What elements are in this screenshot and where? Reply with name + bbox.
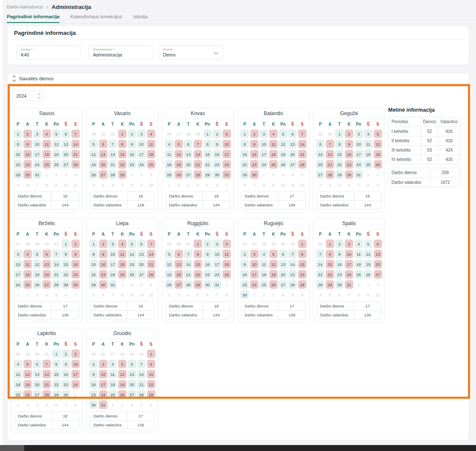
day-cell[interactable]: 29: [147, 390, 155, 399]
day-cell[interactable]: 7: [184, 250, 192, 258]
day-cell[interactable]: 3: [259, 130, 268, 138]
day-cell[interactable]: 13: [374, 250, 382, 258]
day-cell[interactable]: 10: [33, 140, 41, 148]
day-cell[interactable]: 14: [52, 260, 61, 268]
day-cell[interactable]: 6: [42, 250, 51, 258]
day-cell[interactable]: 7: [316, 250, 324, 258]
day-cell[interactable]: 31: [108, 280, 117, 289]
day-cell[interactable]: 19: [23, 380, 32, 389]
day-cell[interactable]: 12: [175, 150, 183, 158]
day-cell[interactable]: 8: [326, 250, 334, 258]
day-cell[interactable]: 23: [345, 160, 353, 169]
day-cell[interactable]: 22: [14, 160, 22, 169]
day-cell[interactable]: 18: [165, 160, 173, 169]
day-cell[interactable]: 6: [137, 240, 146, 248]
day-cell[interactable]: 12: [33, 260, 41, 268]
day-cell[interactable]: 4: [355, 240, 363, 248]
day-cell[interactable]: 27: [374, 270, 382, 279]
day-cell[interactable]: 30: [335, 280, 344, 289]
day-cell[interactable]: 16: [62, 370, 70, 378]
day-cell[interactable]: 20: [184, 160, 192, 169]
day-cell[interactable]: 12: [52, 140, 61, 148]
day-cell[interactable]: 30: [23, 170, 32, 179]
day-cell[interactable]: 17: [223, 150, 231, 158]
day-cell[interactable]: 26: [23, 390, 32, 399]
day-cell[interactable]: 4: [108, 360, 117, 368]
day-cell[interactable]: 22: [147, 380, 155, 389]
day-cell[interactable]: 12: [118, 370, 127, 378]
day-cell[interactable]: 7: [108, 140, 117, 148]
day-cell[interactable]: 24: [345, 270, 353, 279]
day-cell[interactable]: 18: [259, 270, 268, 279]
day-cell[interactable]: 14: [326, 150, 334, 158]
day-cell[interactable]: 9: [213, 140, 221, 148]
day-cell[interactable]: 26: [279, 160, 287, 169]
day-cell[interactable]: 28: [326, 170, 334, 179]
day-cell[interactable]: 4: [165, 140, 173, 148]
day-cell[interactable]: 15: [89, 260, 98, 268]
day-cell[interactable]: 9: [23, 140, 32, 148]
day-cell[interactable]: 14: [147, 250, 155, 258]
day-cell[interactable]: 25: [42, 160, 51, 169]
day-cell[interactable]: 19: [118, 380, 127, 389]
day-cell[interactable]: 19: [52, 150, 61, 158]
day-cell[interactable]: 2: [128, 130, 136, 138]
day-cell[interactable]: 8: [52, 360, 61, 368]
day-cell[interactable]: 19: [364, 260, 372, 268]
day-cell[interactable]: 10: [345, 250, 353, 258]
day-cell[interactable]: 22: [52, 380, 61, 389]
day-cell[interactable]: 15: [118, 150, 127, 158]
day-cell[interactable]: 16: [250, 150, 259, 158]
day-cell[interactable]: 5: [269, 250, 278, 258]
day-cell[interactable]: 18: [355, 260, 363, 268]
day-cell[interactable]: 17: [250, 270, 259, 279]
day-cell[interactable]: 21: [298, 150, 307, 158]
day-cell[interactable]: 25: [364, 160, 372, 169]
day-cell[interactable]: 11: [14, 370, 22, 378]
day-cell[interactable]: 26: [269, 280, 278, 289]
day-cell[interactable]: 8: [335, 140, 344, 148]
day-cell[interactable]: 20: [175, 270, 183, 279]
day-cell[interactable]: 4: [259, 250, 268, 258]
day-cell[interactable]: 16: [89, 380, 98, 389]
day-cell[interactable]: 8: [118, 140, 127, 148]
day-cell[interactable]: 17: [259, 150, 268, 158]
day-cell[interactable]: 8: [203, 140, 212, 148]
day-cell[interactable]: 29: [118, 170, 127, 179]
day-cell[interactable]: 4: [14, 360, 22, 368]
day-cell[interactable]: 14: [71, 140, 80, 148]
day-cell[interactable]: 30: [99, 280, 107, 289]
day-cell[interactable]: 30: [345, 170, 353, 179]
day-cell[interactable]: 29: [335, 170, 344, 179]
day-cell[interactable]: 30: [213, 170, 221, 179]
day-cell[interactable]: 21: [137, 380, 146, 389]
day-cell[interactable]: 22: [298, 270, 307, 279]
day-cell[interactable]: 26: [374, 160, 382, 169]
day-cell[interactable]: 26: [175, 170, 183, 179]
day-cell[interactable]: 6: [288, 130, 297, 138]
day-cell[interactable]: 3: [223, 130, 231, 138]
day-cell[interactable]: 11: [23, 260, 32, 268]
day-cell[interactable]: 6: [33, 360, 41, 368]
day-cell[interactable]: 25: [23, 280, 32, 289]
day-cell[interactable]: 23: [203, 270, 212, 279]
tab-istorija[interactable]: Istorija: [133, 14, 147, 23]
day-cell[interactable]: 26: [52, 160, 61, 169]
day-cell[interactable]: 18: [23, 270, 32, 279]
day-cell[interactable]: 20: [42, 270, 51, 279]
day-cell[interactable]: 14: [42, 370, 51, 378]
day-cell[interactable]: 29: [52, 390, 61, 399]
day-cell[interactable]: 20: [316, 160, 324, 169]
day-cell[interactable]: 5: [89, 140, 98, 148]
day-cell[interactable]: 3: [33, 130, 41, 138]
day-cell[interactable]: 12: [89, 150, 98, 158]
day-cell[interactable]: 7: [288, 250, 297, 258]
day-cell[interactable]: 14: [288, 260, 297, 268]
day-cell[interactable]: 1: [147, 350, 155, 358]
day-cell[interactable]: 5: [175, 140, 183, 148]
day-cell[interactable]: 7: [326, 140, 334, 148]
day-cell[interactable]: 31: [355, 170, 363, 179]
day-cell[interactable]: 16: [23, 150, 32, 158]
tab-kalendoriaus-korekcijos[interactable]: Kalendoriaus korekcijos: [70, 14, 122, 23]
day-cell[interactable]: 28: [137, 390, 146, 399]
